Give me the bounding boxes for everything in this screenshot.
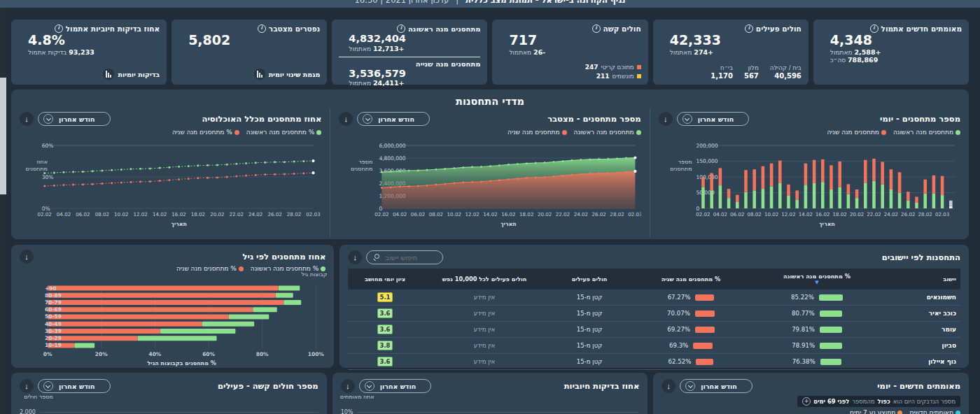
second-dose-bar bbox=[695, 294, 714, 301]
chart-controls: ↓ חודש אחרון bbox=[20, 379, 111, 393]
column-header-score[interactable]: ציון יומי מחושב bbox=[349, 269, 421, 290]
kpi-value: 4.8% bbox=[18, 33, 160, 48]
legend-label: מתחסנים מנה ראשונה bbox=[574, 129, 634, 136]
chart-header: אחוז בדיקות חיוביות ↓ חודש אחרון bbox=[341, 378, 640, 394]
download-button[interactable]: ↓ bbox=[341, 379, 355, 393]
second-dose-block: מתחסנים מנה שנייה 3,536,579 +24,411 מאתמ… bbox=[339, 57, 480, 90]
download-button[interactable]: ↓ bbox=[20, 250, 34, 264]
svg-text:40%: 40% bbox=[149, 351, 162, 357]
svg-text:16.02: 16.02 bbox=[502, 211, 516, 217]
bullet-marker bbox=[637, 65, 641, 69]
period-dropdown[interactable]: חודש אחרון bbox=[38, 112, 111, 126]
per10k-cell: אין מידע bbox=[421, 310, 547, 317]
legend-item: מתחסנים מנה ראשונה bbox=[893, 129, 960, 136]
first-dose-bar bbox=[820, 310, 842, 317]
score-badge: 5.1 bbox=[377, 292, 393, 302]
column-header-first-dose[interactable]: % מתחסנים מנה ראשונה ▼ bbox=[750, 269, 883, 290]
period-dropdown[interactable]: חודש אחרון bbox=[38, 379, 111, 393]
svg-text:02.02: 02.02 bbox=[696, 211, 710, 217]
per10k-cell: אין מידע bbox=[421, 294, 547, 301]
town-name-cell: חשמונאים bbox=[883, 294, 960, 301]
second-dose-value: 69.3% bbox=[669, 342, 688, 349]
first-dose-value: 78.91% bbox=[792, 342, 815, 349]
table-row[interactable]: נוף איילון76.38%62.52%קטן מ-15אין מידע3.… bbox=[348, 354, 960, 370]
column-header-second-dose[interactable]: % מתחסנים מנה שניה bbox=[631, 269, 750, 290]
svg-text:20.02: 20.02 bbox=[850, 211, 864, 217]
doubling-note: מספר הנדבקים היום הוא כפול מהמספר לפני 6… bbox=[797, 396, 960, 407]
period-dropdown[interactable]: חודש אחרון bbox=[677, 112, 750, 126]
legend-dot bbox=[881, 130, 886, 135]
svg-text:26.02: 26.02 bbox=[267, 211, 281, 217]
first-dose-block: מתחסנים מנה ראשונה i 4,832,404 +12,713 מ… bbox=[339, 24, 480, 55]
column-header-per10k[interactable]: חולים פעילים לכל 10,000 נפש bbox=[421, 269, 547, 290]
severe-breakdown: מתוכם קריטי247מונשמים211 bbox=[585, 62, 641, 80]
active-patients-cell: קטן מ-15 bbox=[547, 294, 631, 301]
kpi-title-row: מתחסנים מנה ראשונה i bbox=[339, 24, 480, 33]
positive-rate-panel: אחוז בדיקות חיוביות ↓ חודש אחרון אחוז מא… bbox=[332, 373, 648, 414]
kpi-title: חולים פעילים bbox=[756, 24, 802, 33]
kpi-row: מאומתים חדשים אתמול i 4,348 +2,588 מאתמו… bbox=[11, 20, 969, 85]
y-axis-label: אחוז מתחסנים bbox=[17, 159, 48, 172]
chart-title: אחוז בדיקות חיוביות bbox=[564, 381, 640, 391]
svg-text:18.02: 18.02 bbox=[832, 211, 846, 217]
kpi-total: 788,869 סה״כ bbox=[820, 56, 962, 64]
info-icon[interactable]: i bbox=[258, 24, 266, 33]
header-separator: | bbox=[456, 0, 458, 8]
download-button[interactable]: ↓ bbox=[659, 112, 673, 126]
period-dropdown[interactable]: חודש אחרון bbox=[680, 379, 752, 393]
sort-descending-icon[interactable]: ▼ bbox=[815, 280, 818, 285]
tests-value: 93,233 bbox=[69, 48, 94, 56]
active-patients-cell: קטן מ-15 bbox=[547, 358, 631, 365]
chart-title: מספר מתחסנים - יומי bbox=[880, 114, 960, 124]
download-button[interactable]: ↓ bbox=[20, 112, 34, 126]
download-icon: ↓ bbox=[24, 382, 29, 390]
town-search[interactable] bbox=[366, 250, 443, 264]
period-dropdown[interactable]: חודש אחרון bbox=[357, 112, 430, 126]
daily-tests-link[interactable]: בדיקות יומיות bbox=[103, 69, 160, 80]
info-icon[interactable]: i bbox=[397, 24, 405, 33]
download-icon: ↓ bbox=[667, 382, 671, 390]
kpi-title: נפטרים מצטבר bbox=[269, 24, 321, 33]
note-bold: לפני 69 ימים bbox=[813, 398, 849, 405]
total-value: 788,869 bbox=[848, 56, 878, 64]
svg-text:24.02: 24.02 bbox=[248, 211, 262, 217]
search-input[interactable] bbox=[384, 253, 437, 262]
table-row[interactable]: חשמונאים85.22%67.27%קטן מ-15אין מידע5.1 bbox=[348, 290, 960, 306]
column-header-town[interactable]: יישוב bbox=[883, 269, 960, 290]
svg-text:200,000: 200,000 bbox=[696, 143, 718, 149]
svg-text:14.02: 14.02 bbox=[798, 211, 812, 217]
first-dose-bar bbox=[819, 294, 843, 301]
crosshair-icon[interactable]: + bbox=[802, 397, 811, 406]
chart-header: אחוז מתחסנים מכלל האוכלוסיה ↓ חודש אחרון bbox=[20, 111, 321, 127]
bar-chart-icon bbox=[103, 69, 114, 80]
download-button[interactable]: ↓ bbox=[339, 112, 353, 126]
first-dose-bar bbox=[820, 359, 842, 365]
svg-text:50-59: 50-59 bbox=[45, 314, 62, 320]
column-header-active[interactable]: חולים פעילים bbox=[547, 269, 631, 290]
chevron-down-icon bbox=[43, 381, 53, 391]
info-icon[interactable]: i bbox=[592, 24, 601, 33]
scrollbar-thumb[interactable] bbox=[0, 78, 6, 194]
page-scrollbar[interactable] bbox=[0, 8, 6, 414]
kpi-card-new-confirmed: מאומתים חדשים אתמול i 4,348 +2,588 מאתמו… bbox=[813, 20, 969, 85]
download-button[interactable]: ↓ bbox=[20, 379, 34, 393]
info-icon[interactable]: i bbox=[745, 24, 753, 33]
daily-vaccinated-chart: 050,000100,000150,000200,00002.0204.0206… bbox=[659, 138, 960, 228]
y-tick-label: 10% bbox=[341, 409, 354, 414]
download-button[interactable]: ↓ bbox=[348, 250, 362, 264]
middle-row: התחסנות לפי יישובים ↓ יישוב % מתחסנים מנ… bbox=[11, 245, 969, 368]
daily-trend-link[interactable]: מגמת שינוי יומית bbox=[254, 69, 321, 80]
legend-item: מתחסנים מנה שניה bbox=[827, 129, 886, 136]
bullet-label: מונשמים bbox=[612, 73, 634, 80]
download-button[interactable]: ↓ bbox=[662, 379, 676, 393]
legend-dot bbox=[897, 411, 902, 414]
table-row[interactable]: עומר79.81%69.27%קטן מ-15אין מידע3.6 bbox=[348, 322, 960, 338]
kpi-value: 4,348 bbox=[820, 33, 962, 48]
table-row[interactable]: כוכב יאיר80.77%70.07%קטן מ-15אין מידע3.6 bbox=[348, 306, 960, 322]
table-row[interactable]: סביון78.91%69.3%קטן מ-15אין מידע3.8 bbox=[348, 338, 960, 354]
svg-text:תאריך: תאריך bbox=[171, 221, 187, 227]
svg-text:14.02: 14.02 bbox=[153, 211, 167, 217]
section-title: מדדי התחסנות bbox=[11, 90, 969, 107]
period-dropdown[interactable]: חודש אחרון bbox=[359, 379, 432, 393]
dropdown-label: חודש אחרון bbox=[699, 383, 747, 390]
